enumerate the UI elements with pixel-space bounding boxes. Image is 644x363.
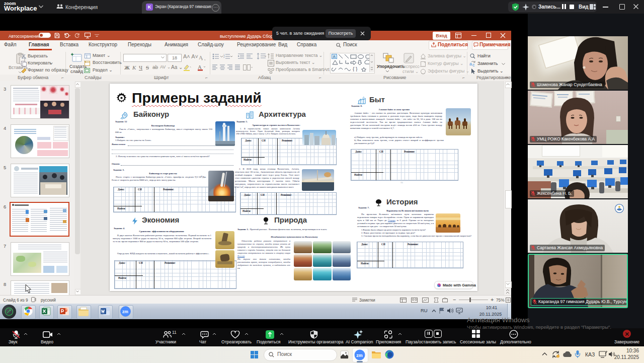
svg-text:zm: zm: [356, 353, 363, 358]
svg-text:А: А: [198, 64, 202, 70]
svg-text:zm: zm: [122, 309, 128, 314]
svg-text:a: a: [469, 61, 472, 66]
svg-text:2: 2: [223, 56, 225, 58]
svg-text:{ }: { }: [353, 66, 358, 71]
svg-text:c: c: [472, 62, 475, 67]
svg-text:A: A: [333, 54, 336, 59]
